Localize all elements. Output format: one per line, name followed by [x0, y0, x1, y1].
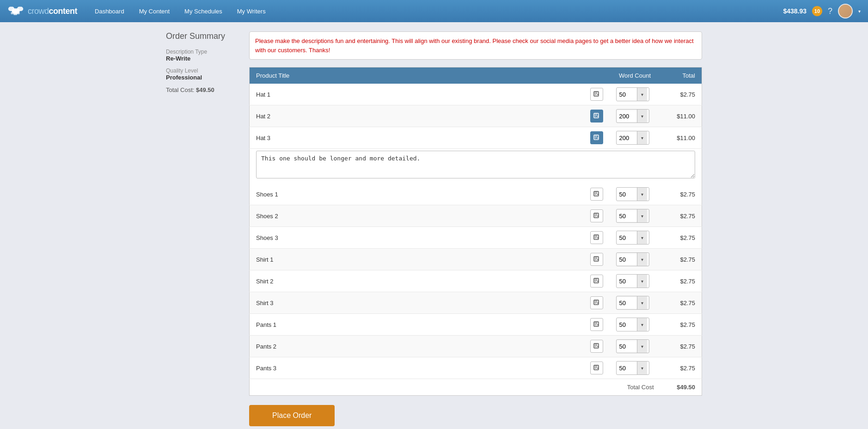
edit-button[interactable]: [590, 340, 603, 353]
quality-level-label: Quality Level: [166, 67, 240, 74]
price-cell: $2.75: [660, 314, 702, 336]
word-count-dropdown-arrow[interactable]: ▾: [637, 275, 647, 288]
word-count-dropdown-arrow[interactable]: ▾: [637, 88, 647, 101]
word-count-input[interactable]: [617, 211, 637, 221]
edit-button[interactable]: [590, 188, 603, 201]
word-count-select[interactable]: ▾: [616, 87, 649, 101]
word-count-dropdown-arrow[interactable]: ▾: [637, 188, 647, 201]
word-count-input[interactable]: [617, 189, 637, 200]
word-count-select[interactable]: ▾: [616, 296, 649, 310]
word-count-input[interactable]: [617, 233, 637, 243]
action-cell: [584, 292, 610, 314]
word-count-input[interactable]: [617, 89, 637, 100]
word-count-select[interactable]: ▾: [616, 274, 649, 288]
word-count-dropdown-arrow[interactable]: ▾: [637, 318, 647, 331]
product-name: Shoes 1: [256, 191, 278, 198]
edit-button[interactable]: [590, 296, 603, 309]
edit-button[interactable]: [590, 362, 603, 374]
svg-rect-4: [13, 13, 17, 15]
word-count-select[interactable]: ▾: [616, 109, 649, 123]
action-cell: [584, 105, 610, 127]
price-cell: $2.75: [660, 205, 702, 227]
avatar[interactable]: [838, 4, 853, 18]
table-row: Shoes 2 ▾ $2.75: [250, 205, 702, 227]
word-count-dropdown-arrow[interactable]: ▾: [637, 296, 647, 309]
word-count-select[interactable]: ▾: [616, 209, 649, 223]
product-name: Shirt 1: [256, 256, 274, 263]
word-count-cell: ▾: [610, 105, 660, 127]
product-name: Pants 2: [256, 343, 276, 350]
word-count-input[interactable]: [617, 298, 637, 308]
edit-button[interactable]: [590, 209, 603, 222]
word-count-input[interactable]: [617, 319, 637, 330]
word-count-dropdown-arrow[interactable]: ▾: [637, 110, 647, 123]
price-cell: $11.00: [660, 127, 702, 149]
edit-button[interactable]: [590, 318, 603, 331]
total-cost-row: Total Cost $49.50: [250, 379, 702, 396]
word-count-select[interactable]: ▾: [616, 187, 649, 201]
quality-level-row: Quality Level Professional: [166, 67, 240, 81]
word-count-select[interactable]: ▾: [616, 231, 649, 245]
total-cost-value: $49.50: [660, 379, 702, 396]
nav-my-schedules[interactable]: My Schedules: [178, 5, 229, 18]
price-cell: $2.75: [660, 292, 702, 314]
product-name: Shirt 2: [256, 278, 274, 285]
word-count-input[interactable]: [617, 111, 637, 122]
product-name: Shirt 3: [256, 300, 274, 306]
product-name-cell: Pants 3: [250, 357, 584, 379]
edit-button[interactable]: [590, 231, 603, 244]
table-row: Shirt 3 ▾ $2.75: [250, 292, 702, 314]
instructions-box: Please make the descriptions fun and ent…: [249, 31, 702, 60]
action-cell: [584, 127, 610, 149]
help-icon[interactable]: ?: [828, 6, 832, 16]
product-instruction-textarea[interactable]: This one should be longer and more detai…: [256, 151, 695, 178]
word-count-cell: ▾: [610, 357, 660, 379]
edit-button[interactable]: [590, 88, 603, 101]
word-count-input[interactable]: [617, 133, 637, 143]
product-name-cell: Hat 1: [250, 84, 584, 105]
word-count-select[interactable]: ▾: [616, 361, 649, 375]
product-name-cell: Hat 3: [250, 127, 584, 149]
word-count-select[interactable]: ▾: [616, 339, 649, 353]
nav-my-content[interactable]: My Content: [133, 5, 176, 18]
word-count-input[interactable]: [617, 254, 637, 265]
product-name-cell: Shirt 3: [250, 292, 584, 314]
word-count-cell: ▾: [610, 314, 660, 336]
edit-button[interactable]: [590, 131, 603, 144]
textarea-cell: This one should be longer and more detai…: [250, 149, 702, 184]
word-count-dropdown-arrow[interactable]: ▾: [637, 231, 647, 244]
word-count-dropdown-arrow[interactable]: ▾: [637, 362, 647, 374]
edit-button[interactable]: [590, 275, 603, 288]
content-area: Please make the descriptions fun and ent…: [249, 31, 702, 429]
word-count-select[interactable]: ▾: [616, 318, 649, 331]
word-count-input[interactable]: [617, 363, 637, 374]
action-cell: [584, 357, 610, 379]
place-order-button[interactable]: Place Order: [249, 405, 335, 426]
avatar-dropdown-arrow[interactable]: ▾: [858, 9, 861, 14]
notification-badge[interactable]: 10: [812, 6, 822, 16]
table-row: Pants 1 ▾ $2.75: [250, 314, 702, 336]
word-count-dropdown-arrow[interactable]: ▾: [637, 209, 647, 222]
table-row: Shoes 1 ▾ $2.75: [250, 184, 702, 205]
word-count-cell: ▾: [610, 184, 660, 205]
product-name: Hat 1: [256, 91, 270, 98]
word-count-select[interactable]: ▾: [616, 131, 649, 145]
svg-rect-3: [11, 12, 14, 14]
col-total: Total: [660, 67, 702, 84]
inline-textarea-row: This one should be longer and more detai…: [250, 149, 702, 184]
word-count-input[interactable]: [617, 341, 637, 352]
logo[interactable]: crowdcontent: [7, 4, 77, 18]
word-count-dropdown-arrow[interactable]: ▾: [637, 340, 647, 353]
col-action: [584, 67, 610, 84]
edit-button[interactable]: [590, 110, 603, 123]
word-count-cell: ▾: [610, 84, 660, 105]
nav-dashboard[interactable]: Dashboard: [88, 5, 131, 18]
order-summary-sidebar: Order Summary Description Type Re-Write …: [166, 31, 240, 429]
word-count-dropdown-arrow[interactable]: ▾: [637, 253, 647, 266]
word-count-dropdown-arrow[interactable]: ▾: [637, 131, 647, 144]
word-count-select[interactable]: ▾: [616, 252, 649, 266]
word-count-input[interactable]: [617, 276, 637, 287]
edit-button[interactable]: [590, 253, 603, 266]
nav-my-writers[interactable]: My Writers: [231, 5, 272, 18]
svg-rect-5: [17, 12, 20, 14]
